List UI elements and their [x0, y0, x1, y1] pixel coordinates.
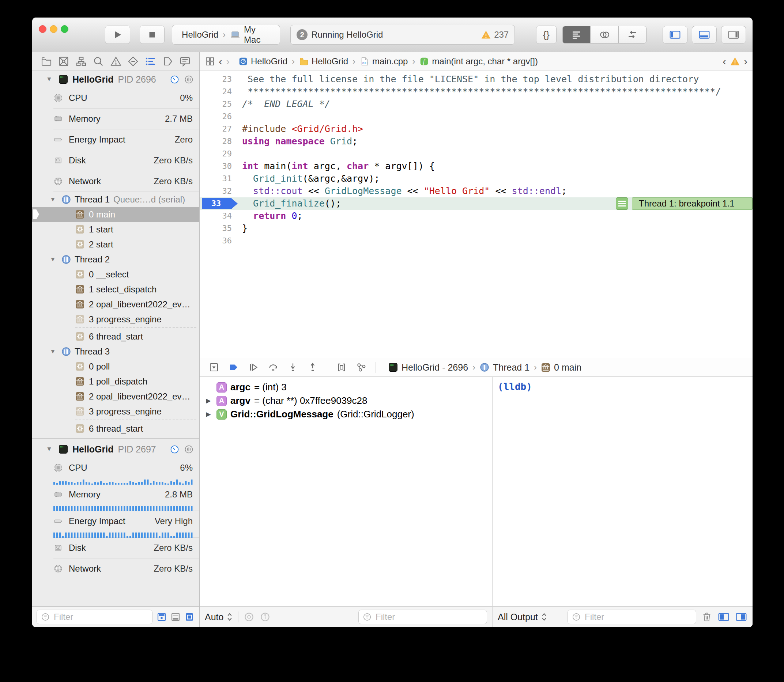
line-number-gutter[interactable]: 27 [200, 123, 239, 135]
line-number-gutter[interactable]: 24 [200, 86, 239, 98]
gauge-row-memory[interactable]: Memory2.8 MB [32, 484, 199, 505]
gauge-row-cpu[interactable]: CPU0% [32, 88, 199, 108]
disclosure-triangle[interactable]: ▶ [204, 397, 213, 405]
line-number-gutter[interactable]: 23 [200, 73, 239, 86]
variables-filter-field[interactable] [358, 610, 487, 624]
zoom-window-button[interactable] [61, 25, 69, 33]
breakpoints-toggle-icon[interactable] [228, 362, 239, 373]
line-number-gutter[interactable]: 26 [200, 110, 239, 123]
variables-scope-selector[interactable]: Auto [205, 612, 233, 622]
print-description-icon[interactable] [260, 612, 271, 622]
next-issue-button[interactable]: › [744, 56, 747, 67]
line-number-gutter[interactable]: 28 [200, 135, 239, 148]
thread-row[interactable]: ▼Thread 2 [32, 252, 199, 267]
thread-row[interactable]: ▼Thread 1Queue:…d (serial) [32, 192, 199, 207]
sidebar-filter-input[interactable] [53, 612, 148, 622]
stack-frame-row[interactable]: 2 start [32, 237, 199, 252]
run-button[interactable] [105, 25, 130, 44]
debug-crumb-frame[interactable]: 0 main [554, 362, 581, 373]
gauge-row-energy-impact[interactable]: Energy ImpactVery High [32, 511, 199, 531]
navigator-panel-toggle[interactable] [663, 26, 687, 43]
quick-look-icon[interactable] [244, 612, 254, 622]
disclosure-triangle[interactable]: ▼ [46, 446, 54, 453]
disclosure-triangle[interactable]: ▼ [50, 196, 58, 203]
continue-icon[interactable] [248, 362, 259, 373]
process-row[interactable]: ▼HelloGridPID 2696 [32, 71, 199, 88]
gauge-row-network[interactable]: NetworkZero KB/s [32, 171, 199, 191]
stack-frame-row[interactable]: 1 select_dispatch [32, 282, 199, 297]
code-structure-button[interactable]: {} [536, 25, 556, 44]
variable-row[interactable]: Aargc = (int) 3 [200, 381, 492, 394]
gauge-row-network[interactable]: NetworkZero KB/s [32, 558, 199, 579]
stack-frame-row[interactable]: 1 start [32, 222, 199, 237]
line-number-gutter[interactable]: 35 [200, 222, 239, 235]
console-pane-toggle[interactable] [735, 612, 747, 622]
memory-graph-icon[interactable] [356, 362, 367, 373]
gauge-button-icon[interactable] [170, 445, 179, 454]
test-navigator-icon[interactable] [126, 54, 140, 69]
step-out-icon[interactable] [307, 362, 318, 373]
gauge-row-energy-impact[interactable]: Energy ImpactZero [32, 129, 199, 150]
project-navigator-icon[interactable] [40, 54, 53, 69]
stack-frame-row[interactable]: 3 progress_engine [32, 404, 199, 419]
stack-frame-row[interactable]: 2 opal_libevent2022_ev… [32, 389, 199, 404]
line-number-gutter[interactable]: 32 [200, 185, 239, 198]
disclosure-triangle[interactable]: ▶ [204, 410, 213, 418]
warning-counter[interactable]: 237 [481, 30, 509, 40]
line-number-gutter[interactable]: 30 [200, 160, 239, 172]
breakpoint-log-icon[interactable] [616, 198, 628, 210]
close-window-button[interactable] [39, 25, 46, 33]
go-forward-button[interactable]: › [226, 56, 230, 67]
disclosure-triangle[interactable]: ▼ [50, 348, 58, 355]
stack-frame-row[interactable]: 1 poll_dispatch [32, 374, 199, 389]
disclosure-triangle[interactable]: ▼ [50, 256, 58, 263]
clear-console-icon[interactable] [701, 612, 712, 622]
report-navigator-icon[interactable] [178, 54, 192, 69]
sidebar-filter-field[interactable] [37, 610, 152, 624]
gauge-row-disk[interactable]: DiskZero KB/s [32, 150, 199, 170]
filter-view-button[interactable] [170, 612, 181, 622]
gauge-row-disk[interactable]: DiskZero KB/s [32, 538, 199, 558]
console-filter-input[interactable] [584, 612, 692, 622]
line-number-gutter[interactable]: 25 [200, 98, 239, 110]
go-back-button[interactable]: ‹ [219, 56, 222, 67]
breadcrumb-project[interactable]: HelloGrid [238, 56, 287, 67]
breakpoint-annotation-label[interactable]: Thread 1: breakpoint 1.1 [632, 198, 752, 210]
disclosure-triangle[interactable]: ▼ [46, 76, 54, 83]
activity-status[interactable]: 2 Running HelloGrid 237 [291, 25, 515, 45]
related-items-icon[interactable] [205, 56, 215, 67]
variables-filter-input[interactable] [375, 612, 483, 622]
stack-frame-row[interactable]: 6 thread_start [32, 329, 199, 344]
debug-crumb-process[interactable]: HelloGrid - 2696 [401, 362, 468, 373]
source-control-navigator-icon[interactable] [57, 54, 70, 69]
debug-panel-toggle[interactable] [692, 26, 717, 43]
line-number-gutter[interactable]: 33 [200, 198, 239, 210]
version-editor-button[interactable] [618, 26, 646, 43]
symbol-navigator-icon[interactable] [74, 54, 88, 69]
breakpoint-annotation[interactable]: Thread 1: breakpoint 1.1 [616, 198, 752, 210]
stack-frame-row[interactable]: 3 progress_engine [32, 312, 199, 327]
thread-row[interactable]: ▼Thread 3 [32, 344, 199, 359]
assistant-editor-button[interactable] [590, 26, 618, 43]
gauge-row-cpu[interactable]: CPU6% [32, 457, 199, 478]
step-over-icon[interactable] [268, 362, 279, 373]
line-number-gutter[interactable]: 34 [200, 210, 239, 222]
stack-frame-row[interactable]: 0 main [32, 207, 199, 222]
variable-row[interactable]: ▶VGrid::GridLogMessage (Grid::GridLogger… [200, 408, 492, 421]
minimize-window-button[interactable] [50, 25, 57, 33]
breakpoint-navigator-icon[interactable] [161, 54, 175, 69]
breadcrumb-group[interactable]: HelloGrid [299, 56, 348, 67]
stack-frame-row[interactable]: 2 opal_libevent2022_ev… [32, 297, 199, 312]
stack-frame-row[interactable]: 6 thread_start [32, 421, 199, 436]
process-row[interactable]: ▼HelloGridPID 2697 [32, 441, 199, 457]
filter-interesting-button[interactable] [156, 612, 167, 622]
scheme-selector[interactable]: HelloGrid › My Mac [172, 25, 280, 45]
line-number-gutter[interactable]: 31 [200, 172, 239, 185]
variable-row[interactable]: ▶Aargv = (char **) 0x7ffee9039c28 [200, 394, 492, 408]
gauge-row-memory[interactable]: Memory2.7 MB [32, 108, 199, 129]
step-into-icon[interactable] [287, 362, 299, 373]
histogram-button-icon[interactable] [184, 75, 193, 84]
console-scope-selector[interactable]: All Output [498, 612, 548, 622]
line-number-gutter[interactable]: 29 [200, 148, 239, 160]
breadcrumb-file[interactable]: C++ main.cpp [360, 56, 408, 67]
